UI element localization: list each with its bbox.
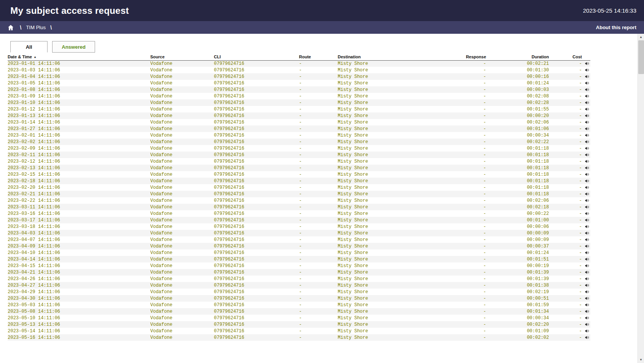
vertical-scrollbar[interactable]: ▲ ▼ [637,34,644,363]
column-header-cost[interactable]: Cost [549,54,582,60]
call-row[interactable]: 2023-05-14 14:11:06 Vodafone 07979624716… [8,328,590,334]
call-row[interactable]: 2023-02-22 14:11:06 Vodafone 07979624716… [8,197,590,204]
call-row[interactable]: 2023-03-16 14:11:06 Vodafone 07979624716… [8,210,590,217]
call-row[interactable]: 2023-04-30 14:11:06 Vodafone 07979624716… [8,295,590,302]
tab-all[interactable]: All [10,41,48,53]
column-header-destination[interactable]: Destination [338,54,439,60]
call-row[interactable]: 2023-05-13 14:11:06 Vodafone 07979624716… [8,321,590,328]
column-header-cli[interactable]: CLI [214,54,299,60]
call-row[interactable]: 2023-05-16 14:11:06 Vodafone 07979624716… [8,334,590,341]
call-row[interactable]: 2023-02-09 14:11:06 Vodafone 07979624716… [8,145,590,152]
tab-answered[interactable]: Answered [52,41,95,53]
call-row[interactable]: 2023-04-26 14:11:06 Vodafone 07979624716… [8,276,590,282]
call-row[interactable]: 2023-02-13 14:11:06 Vodafone 07979624716… [8,165,590,171]
play-recording-icon[interactable] [582,230,590,236]
play-recording-icon[interactable] [582,315,590,321]
play-recording-icon[interactable] [582,256,590,262]
play-recording-icon[interactable] [582,125,590,132]
call-row[interactable]: 2023-03-18 14:11:06 Vodafone 07979624716… [8,223,590,230]
play-recording-icon[interactable] [582,73,590,80]
call-row[interactable]: 2023-01-09 14:11:06 Vodafone 07979624716… [8,93,590,99]
play-recording-icon[interactable] [582,217,590,223]
play-recording-icon[interactable] [582,328,590,334]
play-recording-icon[interactable] [582,276,590,282]
call-row[interactable]: 2023-04-15 14:11:06 Vodafone 07979624716… [8,262,590,269]
play-recording-icon[interactable] [582,132,590,139]
call-row[interactable]: 2023-01-12 14:11:06 Vodafone 07979624716… [8,106,590,112]
scrollbar-thumb[interactable] [638,40,644,74]
play-recording-icon[interactable] [582,165,590,171]
play-recording-icon[interactable] [582,60,590,67]
breadcrumb-item-tim-plus[interactable]: TIM Plus [26,25,46,30]
column-header-route[interactable]: Route [299,54,338,60]
call-row[interactable]: 2023-05-10 14:11:06 Vodafone 07979624716… [8,315,590,321]
call-row[interactable]: 2023-05-08 14:11:06 Vodafone 07979624716… [8,308,590,315]
play-recording-icon[interactable] [582,184,590,191]
play-recording-icon[interactable] [582,249,590,256]
column-header-date-time[interactable]: Date & Time▲ [8,54,150,60]
call-row[interactable]: 2023-03-11 14:11:06 Vodafone 07979624716… [8,204,590,210]
scroll-down-arrow[interactable]: ▼ [638,356,644,363]
column-header-response[interactable]: Response [439,54,486,60]
call-row[interactable]: 2023-02-11 14:11:06 Vodafone 07979624716… [8,152,590,158]
call-row[interactable]: 2023-01-03 14:11:06 Vodafone 07979624716… [8,67,590,73]
play-recording-icon[interactable] [582,119,590,125]
play-recording-icon[interactable] [582,112,590,119]
play-recording-icon[interactable] [582,191,590,197]
call-row[interactable]: 2023-02-15 14:11:06 Vodafone 07979624716… [8,171,590,178]
call-row[interactable]: 2023-04-29 14:11:06 Vodafone 07979624716… [8,289,590,295]
play-recording-icon[interactable] [582,93,590,99]
play-recording-icon[interactable] [582,289,590,295]
play-recording-icon[interactable] [582,145,590,152]
call-row[interactable]: 2023-02-01 14:11:06 Vodafone 07979624716… [8,132,590,139]
play-recording-icon[interactable] [582,86,590,93]
call-row[interactable]: 2023-04-07 14:11:06 Vodafone 07979624716… [8,236,590,243]
play-recording-icon[interactable] [582,106,590,112]
scroll-up-arrow[interactable]: ▲ [638,34,644,40]
play-recording-icon[interactable] [582,204,590,210]
column-header-source[interactable]: Source [150,54,214,60]
play-recording-icon[interactable] [582,67,590,73]
call-row[interactable]: 2023-01-10 14:11:06 Vodafone 07979624716… [8,99,590,106]
play-recording-icon[interactable] [582,178,590,184]
play-recording-icon[interactable] [582,158,590,165]
play-recording-icon[interactable] [582,236,590,243]
about-this-report-link[interactable]: About this report [596,25,636,30]
call-row[interactable]: 2023-01-05 14:11:06 Vodafone 07979624716… [8,80,590,86]
call-row[interactable]: 2023-05-03 14:11:06 Vodafone 07979624716… [8,302,590,308]
call-row[interactable]: 2023-04-27 14:11:06 Vodafone 07979624716… [8,282,590,289]
call-row[interactable]: 2023-02-21 14:11:06 Vodafone 07979624716… [8,191,590,197]
call-row[interactable]: 2023-01-13 14:11:06 Vodafone 07979624716… [8,112,590,119]
call-row[interactable]: 2023-01-14 14:11:06 Vodafone 07979624716… [8,119,590,125]
play-recording-icon[interactable] [582,152,590,158]
call-row[interactable]: 2023-04-09 14:11:06 Vodafone 07979624716… [8,243,590,249]
play-recording-icon[interactable] [582,80,590,86]
play-recording-icon[interactable] [582,262,590,269]
call-row[interactable]: 2023-01-08 14:11:06 Vodafone 07979624716… [8,86,590,93]
call-row[interactable]: 2023-04-10 14:11:06 Vodafone 07979624716… [8,249,590,256]
play-recording-icon[interactable] [582,334,590,341]
play-recording-icon[interactable] [582,210,590,217]
call-row[interactable]: 2023-02-02 14:11:06 Vodafone 07979624716… [8,139,590,145]
play-recording-icon[interactable] [582,197,590,204]
play-recording-icon[interactable] [582,302,590,308]
call-row[interactable]: 2023-02-12 14:11:06 Vodafone 07979624716… [8,158,590,165]
call-row[interactable]: 2023-04-14 14:11:06 Vodafone 07979624716… [8,256,590,262]
call-row[interactable]: 2023-02-20 14:11:06 Vodafone 07979624716… [8,184,590,191]
call-row[interactable]: 2023-01-27 14:11:06 Vodafone 07979624716… [8,125,590,132]
call-row[interactable]: 2023-01-01 14:11:06 Vodafone 07979624716… [8,60,590,67]
play-recording-icon[interactable] [582,223,590,230]
column-header-duration[interactable]: Duration [486,54,549,60]
call-row[interactable]: 2023-04-21 14:11:06 Vodafone 07979624716… [8,269,590,276]
call-row[interactable]: 2023-02-18 14:11:06 Vodafone 07979624716… [8,178,590,184]
play-recording-icon[interactable] [582,321,590,328]
home-icon[interactable] [8,25,14,31]
call-row[interactable]: 2023-01-04 14:11:06 Vodafone 07979624716… [8,73,590,80]
play-recording-icon[interactable] [582,243,590,249]
play-recording-icon[interactable] [582,308,590,315]
play-recording-icon[interactable] [582,295,590,302]
play-recording-icon[interactable] [582,99,590,106]
play-recording-icon[interactable] [582,139,590,145]
call-row[interactable]: 2023-04-03 14:11:06 Vodafone 07979624716… [8,230,590,236]
play-recording-icon[interactable] [582,171,590,178]
